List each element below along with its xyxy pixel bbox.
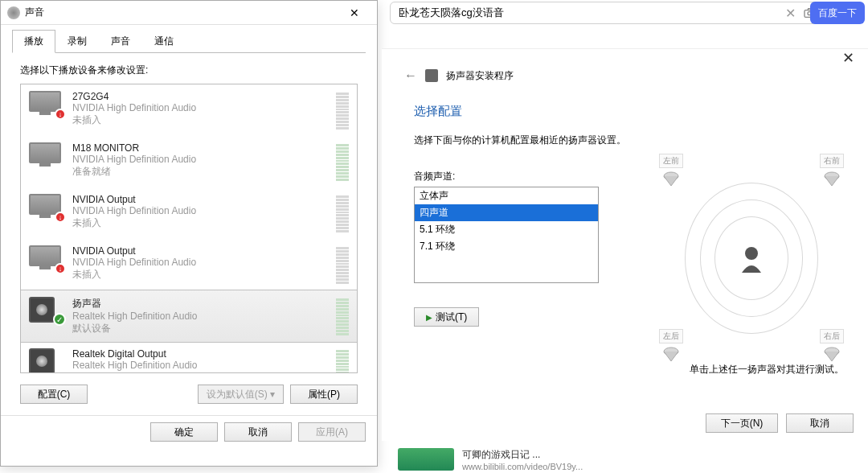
set-default-button[interactable]: 设为默认值(S) ▾ <box>198 385 284 404</box>
result-url: www.bilibili.com/video/BV19y... <box>462 462 583 471</box>
dialog-title: 声音 <box>25 6 338 19</box>
tab-communications[interactable]: 通信 <box>142 30 186 53</box>
device-status: 默认设备 <box>72 322 326 335</box>
wizard-description: 选择下面与你的计算机配置最相近的扬声器设置。 <box>414 134 836 147</box>
tab-recording[interactable]: 录制 <box>55 30 99 53</box>
device-row[interactable]: ↓NVIDIA OutputNVIDIA High Definition Aud… <box>21 239 357 290</box>
device-name: 扬声器 <box>72 297 326 311</box>
device-name: 27G2G4 <box>72 91 326 102</box>
device-row[interactable]: M18 MONITORNVIDIA High Definition Audio准… <box>21 136 357 187</box>
level-meter <box>336 144 349 181</box>
properties-button[interactable]: 属性(P) <box>290 385 358 404</box>
browser-search-bar: ✕ <box>390 2 820 24</box>
search-input[interactable] <box>391 7 780 19</box>
tab-playback[interactable]: 播放 <box>12 30 55 53</box>
speaker-icon: ✓ <box>29 297 63 323</box>
level-meter <box>336 350 349 373</box>
device-desc: NVIDIA High Definition Audio <box>72 257 326 268</box>
device-row[interactable]: ✓扬声器Realtek High Definition Audio默认设备 <box>20 290 358 343</box>
test-button[interactable]: 测试(T) <box>414 307 479 327</box>
listener-icon <box>734 241 769 276</box>
speaker-icon <box>29 348 63 373</box>
wizard-close-icon[interactable]: ✕ <box>836 49 860 67</box>
background-result: 可卿的游戏日记 ... www.bilibili.com/video/BV19y… <box>398 446 868 473</box>
unplugged-badge-icon: ↓ <box>55 109 66 120</box>
tab-strip: 播放 录制 声音 通信 <box>1 25 377 53</box>
device-row[interactable]: Realtek Digital OutputRealtek High Defin… <box>21 342 357 373</box>
clear-icon[interactable]: ✕ <box>780 3 800 23</box>
speaker-rear-left[interactable]: 左后 <box>659 329 683 363</box>
ok-button[interactable]: 确定 <box>150 422 218 442</box>
device-status: 未插入 <box>72 113 326 127</box>
next-button[interactable]: 下一页(N) <box>706 413 778 433</box>
result-title[interactable]: 可卿的游戏日记 ... <box>462 448 583 462</box>
sound-dialog: 声音 ✕ 播放 录制 声音 通信 选择以下播放设备来修改设置: ↓27G2G4N… <box>0 0 378 467</box>
device-name: Realtek Digital Output <box>72 348 326 360</box>
close-icon[interactable]: ✕ <box>338 2 371 24</box>
unplugged-badge-icon: ↓ <box>55 212 66 223</box>
sound-icon <box>7 6 20 19</box>
wizard-cancel-button[interactable]: 取消 <box>786 413 854 433</box>
device-status: 准备就绪 <box>72 165 326 179</box>
speaker-rear-right[interactable]: 右后 <box>820 329 844 363</box>
speaker-icon <box>425 69 438 82</box>
wizard-heading: 选择配置 <box>414 104 836 119</box>
device-status: 未插入 <box>72 268 326 282</box>
unplugged-badge-icon: ↓ <box>55 263 66 274</box>
device-name: M18 MONITOR <box>72 142 326 154</box>
channel-option[interactable]: 四声道 <box>415 204 598 221</box>
level-meter <box>336 195 349 232</box>
search-button[interactable]: 百度一下 <box>810 2 865 24</box>
monitor-icon: ↓ <box>29 91 63 117</box>
titlebar: 声音 ✕ <box>1 1 377 25</box>
cancel-button[interactable]: 取消 <box>224 422 292 442</box>
channel-listbox[interactable]: 立体声四声道5.1 环绕7.1 环绕 <box>414 187 599 283</box>
apply-button[interactable]: 应用(A) <box>298 422 366 442</box>
device-desc: NVIDIA High Definition Audio <box>72 102 326 113</box>
device-row[interactable]: ↓27G2G4NVIDIA High Definition Audio未插入 <box>21 84 357 136</box>
speaker-setup-wizard: ✕ ← 扬声器安装程序 选择配置 选择下面与你的计算机配置最相近的扬声器设置。 … <box>382 48 868 441</box>
channel-option[interactable]: 7.1 环绕 <box>415 238 598 255</box>
monitor-icon: ↓ <box>29 194 63 220</box>
tab-sounds[interactable]: 声音 <box>99 30 142 53</box>
instruction-text: 选择以下播放设备来修改设置: <box>1 54 377 84</box>
device-desc: NVIDIA High Definition Audio <box>72 205 326 216</box>
device-name: NVIDIA Output <box>72 245 326 257</box>
level-meter <box>336 93 349 130</box>
default-badge-icon: ✓ <box>53 313 66 326</box>
result-thumbnail[interactable] <box>398 448 454 471</box>
speaker-diagram: 左前 右前 左后 右后 <box>659 154 844 363</box>
monitor-icon: ↓ <box>29 245 63 271</box>
svg-point-2 <box>745 247 758 260</box>
device-row[interactable]: ↓NVIDIA OutputNVIDIA High Definition Aud… <box>21 187 357 239</box>
device-status: 未插入 <box>72 216 326 230</box>
monitor-icon <box>29 142 63 168</box>
channel-option[interactable]: 5.1 环绕 <box>415 221 598 238</box>
back-icon[interactable]: ← <box>404 68 417 83</box>
device-desc: NVIDIA High Definition Audio <box>72 154 326 165</box>
speaker-front-left[interactable]: 左前 <box>659 154 683 187</box>
configure-button[interactable]: 配置(C) <box>20 385 88 404</box>
channel-option[interactable]: 立体声 <box>415 187 598 204</box>
wizard-title: 扬声器安装程序 <box>446 69 514 83</box>
device-desc: Realtek High Definition Audio <box>72 360 326 371</box>
test-hint: 单击上述任一扬声器对其进行测试。 <box>690 363 844 376</box>
device-name: NVIDIA Output <box>72 194 326 205</box>
level-meter <box>336 298 349 335</box>
level-meter <box>336 247 349 284</box>
device-list[interactable]: ↓27G2G4NVIDIA High Definition Audio未插入M1… <box>20 84 358 373</box>
speaker-front-right[interactable]: 右前 <box>820 154 844 187</box>
device-desc: Realtek High Definition Audio <box>72 311 326 322</box>
